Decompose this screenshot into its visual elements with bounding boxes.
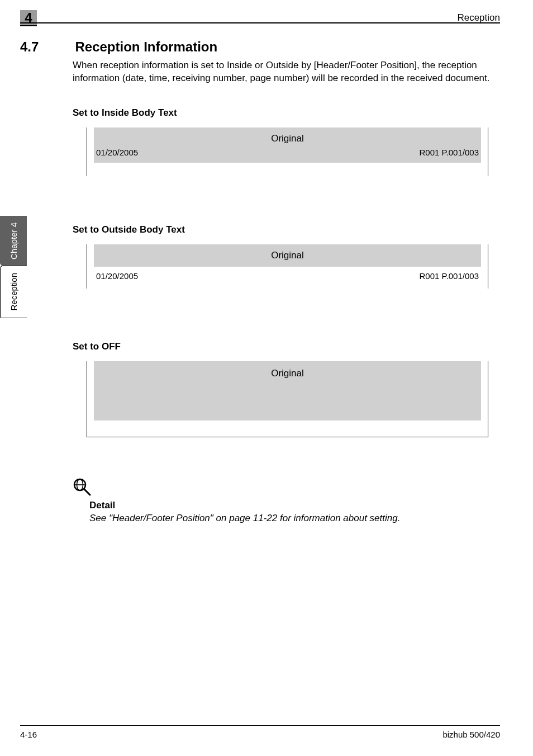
side-tab-title: Reception <box>0 266 27 318</box>
illustration-off: Original <box>87 361 488 437</box>
illus-inside-label: Original <box>94 127 481 148</box>
intro-paragraph: When reception information is set to Ins… <box>73 59 500 85</box>
running-header-title: Reception <box>457 12 500 23</box>
illus-outside-right: R001 P.001/003 <box>420 271 479 281</box>
chapter-number-box: 4 <box>20 10 37 26</box>
magnifier-icon <box>73 478 92 499</box>
side-tab: Chapter 4 Reception <box>0 216 27 318</box>
illus-inside-right: R001 P.001/003 <box>420 148 479 157</box>
illus-inside-date: 01/20/2005 <box>96 148 138 157</box>
side-tab-chapter: Chapter 4 <box>0 216 27 266</box>
detail-body: See "Header/Footer Position" on page 11-… <box>89 512 500 525</box>
illus-outside-label: Original <box>94 244 481 267</box>
section-number: 4.7 <box>20 39 73 55</box>
section-title: Reception Information <box>75 39 217 55</box>
footer-model: bizhub 500/420 <box>442 730 500 739</box>
subheading-inside: Set to Inside Body Text <box>73 107 177 119</box>
illus-off-label: Original <box>94 361 481 420</box>
section-heading: 4.7 Reception Information <box>20 39 500 55</box>
footer-rule <box>20 725 500 726</box>
illustration-inside: Original 01/20/2005 R001 P.001/003 <box>87 127 488 176</box>
subheading-off: Set to OFF <box>73 341 121 352</box>
footer-page-number: 4-16 <box>20 730 37 739</box>
header-rule <box>20 22 500 23</box>
page-header: Reception <box>20 12 500 28</box>
illus-outside-date: 01/20/2005 <box>96 271 138 281</box>
detail-heading: Detail <box>89 500 115 511</box>
subheading-outside: Set to Outside Body Text <box>73 224 185 235</box>
illustration-outside: Original 01/20/2005 R001 P.001/003 <box>87 244 488 289</box>
svg-line-3 <box>84 489 90 495</box>
